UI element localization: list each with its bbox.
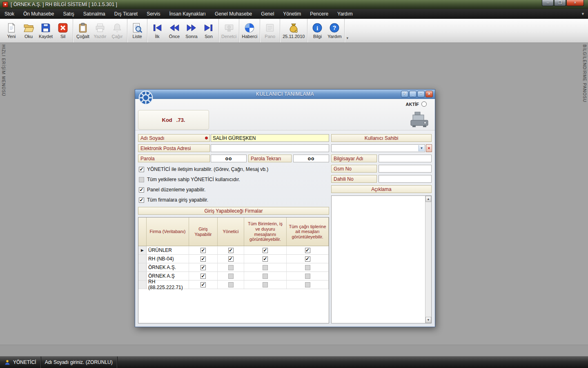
menu-item-dis-ticaret[interactable]: Dış Ticaret [110,9,142,19]
row-selector[interactable] [138,255,147,263]
dialog-titlebar[interactable]: KULLANICI TANIMLAMA ? _ □ × [135,90,435,99]
table-row[interactable]: ÖRNEK A.Ş.✓ [138,263,329,272]
user-definition-dialog: KULLANICI TANIMLAMA ? _ □ × [135,89,435,327]
checkbox[interactable]: ✓ [200,282,206,287]
menu-item-satis[interactable]: Satış [58,9,78,19]
toolbar-button-bilgi[interactable]: iBilgi [309,19,326,43]
checkbox[interactable] [228,265,234,270]
row-selector[interactable] [138,280,147,289]
checkbox[interactable] [305,274,310,279]
checkbox[interactable] [228,282,234,287]
scroll-up-icon[interactable]: ▲ [425,196,431,202]
statusbar-message-segment: Adı Soyadı giriniz. (ZORUNLU) [41,357,117,368]
checkbox[interactable]: ✓ [263,256,268,262]
checkbox[interactable]: ✓ [139,197,144,203]
dialog-minimize-button[interactable]: _ [409,91,416,97]
birim-cell: ✓ [244,255,287,263]
gsm-no-input[interactable] [379,165,432,173]
toolbar-button-haberci[interactable]: Haberci [241,19,258,43]
row-selector[interactable] [138,263,147,272]
toolbar-button-oku[interactable]: Oku [20,19,37,43]
toolbar-button-liste[interactable]: Liste [129,19,146,43]
toolbar-button-sonra[interactable]: Sonra [183,19,200,43]
menu-overflow-chevron-icon[interactable]: ▼ [581,12,585,16]
toolbar-groups: YeniOkuKaydetSilÇoğaltYazdırÇağırListeİl… [0,19,588,43]
menu-item-yonetim[interactable]: Yönetim [278,9,305,19]
dahili-no-input[interactable] [379,175,432,183]
checkbox[interactable] [305,265,310,270]
parola-tekrari-input[interactable]: oo [293,155,329,162]
checkbox[interactable]: ✓ [263,248,268,253]
checkbox[interactable] [263,274,268,279]
toolbar-button-yeni[interactable]: Yeni [3,19,20,43]
menu-item-yardim[interactable]: Yardım [333,9,357,19]
checkbox[interactable]: ✓ [305,248,310,253]
first-record-icon [152,22,163,33]
menu-item-pencere[interactable]: Pencere [305,9,333,19]
table-row[interactable]: ▶ÜRÜNLER✓✓✓✓ [138,246,329,255]
checkbox[interactable] [263,282,268,287]
menu-item-satinalma[interactable]: Satınalma [79,9,110,19]
table-row[interactable]: RH (88.225.222.71)✓ [138,280,329,289]
window-maximize-button[interactable]: ❐ [554,0,566,6]
toolbar-button-sil[interactable]: Sil [54,19,71,43]
checkbox[interactable]: ✓ [228,248,234,253]
clear-selection-button[interactable]: × [426,144,432,152]
quick-access-panel-tab[interactable]: HIZLI ERİŞİM MENÜSÜ [1,45,6,96]
firma-cell: RH (88.225.222.71) [147,280,189,289]
adi-soyadi-input[interactable]: SALİH GÜREŞKEN [211,134,329,142]
checkbox[interactable]: ✓ [139,167,144,172]
toolbar-button-son[interactable]: Son [200,19,217,43]
toolbar-button-ilk[interactable]: İlk [149,19,166,43]
toolbar-button-pano: Pano [261,19,278,43]
menu-item-genel-muhasebe[interactable]: Genel Muhasebe [210,9,256,19]
checkbox[interactable]: ✓ [139,187,144,193]
row-selector[interactable]: ▶ [138,246,147,254]
toolbar-button-label: Önce [169,34,180,39]
checkbox[interactable]: ✓ [305,256,310,262]
toolbar-button-kaydet[interactable]: Kaydet [37,19,54,43]
checkbox[interactable]: ✓ [228,256,234,262]
toolbar-overflow-chevron-icon[interactable]: ▾ [345,19,350,43]
menu-item-on-muhasebe[interactable]: Ön Muhasebe [19,9,58,19]
parola-tekrari-label: Parola Tekrarı [248,155,292,162]
eposta-input[interactable] [211,144,329,152]
bilgisayar-adi-input[interactable] [379,155,432,162]
toolbar-button-yardim[interactable]: ?Yardım [326,19,343,43]
window-close-button[interactable]: × [566,0,584,6]
checkbox[interactable]: ✓ [200,256,206,262]
parola-input[interactable]: oo [211,155,247,162]
aciklama-textarea[interactable]: ▲ ▼ [331,195,432,323]
row-selector[interactable] [138,272,147,280]
table-row[interactable]: RH (NB-04)✓✓✓✓ [138,255,329,263]
dialog-close-button[interactable]: × [425,91,433,97]
checkbox[interactable]: ✓ [200,274,206,279]
window-minimize-button[interactable]: – [542,0,554,6]
checkbox[interactable] [305,282,310,287]
scroll-down-icon[interactable]: ▼ [425,317,431,323]
menu-item-insan-kaynaklari[interactable]: İnsan Kaynakları [165,9,210,19]
info-panel-tab[interactable]: BİLGİLENDİRME PANOSU [582,45,587,103]
dialog-maximize-button[interactable]: □ [417,91,425,97]
toolbar-button-25-11-2010[interactable]: 25.11.2010 [281,19,306,43]
toolbar-button-once[interactable]: Önce [166,19,183,43]
checkbox[interactable] [139,177,144,182]
menu-item-stok[interactable]: Stok [0,9,19,19]
checkbox[interactable]: ✓ [200,265,206,270]
aktif-radio[interactable] [421,101,427,107]
menu-item-genel[interactable]: Genel [256,9,278,19]
dialog-help-button[interactable]: ? [401,91,408,97]
toolbar-group: Liste [127,19,147,43]
checkbox[interactable]: ✓ [200,248,206,253]
kullanici-sahibi-combobox[interactable]: ▼ [331,144,425,152]
yonetici-cell: ✓ [218,255,244,263]
toolbar-button-cogalt[interactable]: Çoğalt [74,19,91,43]
checkbox[interactable] [228,274,234,279]
toolbar-button-label: Kaydet [39,34,53,39]
checkbox[interactable] [263,265,268,270]
checkbox-label: Tüm yetkilere sahip YÖNETİCİ kullanıcıdı… [147,177,240,182]
toolbar-button-label: Liste [132,34,142,39]
aciklama-scrollbar[interactable]: ▲ ▼ [425,196,431,323]
chevron-down-icon[interactable]: ▼ [419,145,424,151]
menu-item-servis[interactable]: Servis [142,9,165,19]
